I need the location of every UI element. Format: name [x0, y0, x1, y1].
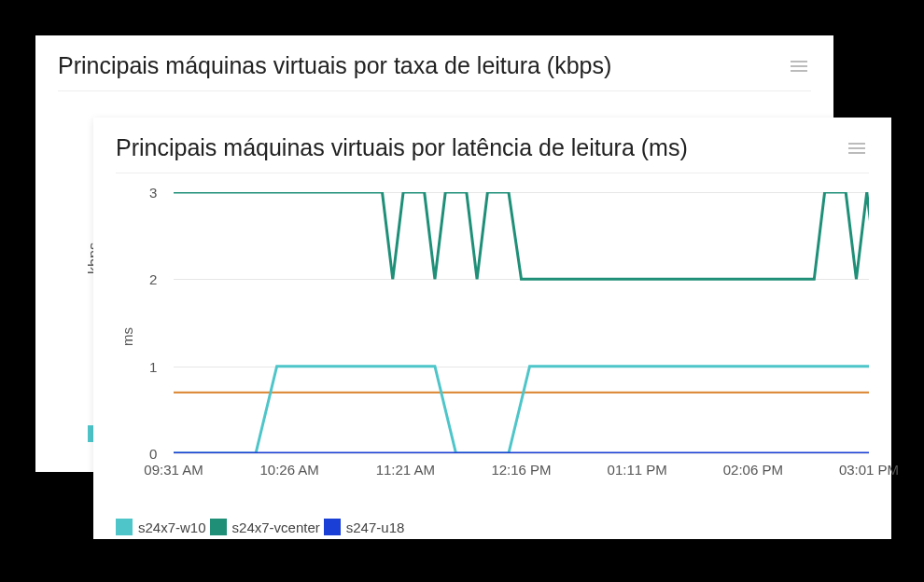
x-tick-label: 03:01 PM	[839, 462, 899, 478]
x-tick-label: 10:26 AM	[259, 462, 318, 478]
series-line	[174, 367, 869, 453]
legend-item[interactable]: s24x7-vcenter	[210, 519, 320, 535]
x-tick-label: 11:21 AM	[376, 462, 435, 478]
chart-area: ms 012309:31 AM10:26 AM11:21 AM12:16 PM0…	[116, 192, 869, 481]
legend-item[interactable]: s247-u18	[324, 519, 405, 535]
card-title: Principais máquinas virtuais por taxa de…	[58, 52, 611, 79]
plot-region: 012309:31 AM10:26 AM11:21 AM12:16 PM01:1…	[174, 192, 869, 453]
card-header: Principais máquinas virtuais por latênci…	[116, 134, 869, 173]
y-tick-label: 1	[149, 358, 157, 374]
legend-label: s24x7-w10	[138, 520, 206, 535]
legend-label: s24x7-vcenter	[232, 520, 320, 535]
grid-line	[174, 453, 869, 454]
chart-lines	[174, 192, 869, 453]
legend-swatch	[210, 519, 227, 535]
x-tick-label: 02:06 PM	[723, 462, 783, 478]
y-tick-label: 2	[149, 271, 157, 287]
series-line	[174, 192, 869, 279]
x-tick-label: 12:16 PM	[491, 462, 551, 478]
legend-label: s247-u18	[346, 520, 405, 535]
chart-card-read-latency: Principais máquinas virtuais por latênci…	[93, 118, 891, 539]
y-axis-label: ms	[119, 327, 135, 346]
y-tick-label: 3	[149, 185, 157, 201]
hamburger-menu-icon[interactable]	[845, 139, 869, 158]
legend-swatch	[324, 519, 341, 535]
legend-item[interactable]: s24x7-w10	[116, 519, 206, 535]
legend-swatch	[116, 519, 133, 535]
x-tick-label: 01:11 PM	[608, 462, 667, 478]
hamburger-menu-icon[interactable]	[787, 57, 811, 76]
x-tick-label: 09:31 AM	[144, 462, 203, 478]
card-header: Principais máquinas virtuais por taxa de…	[58, 52, 811, 91]
legend: s24x7-w10s24x7-vcenters247-u18	[116, 519, 869, 535]
y-tick-label: 0	[149, 446, 157, 462]
card-title: Principais máquinas virtuais por latênci…	[116, 134, 688, 161]
